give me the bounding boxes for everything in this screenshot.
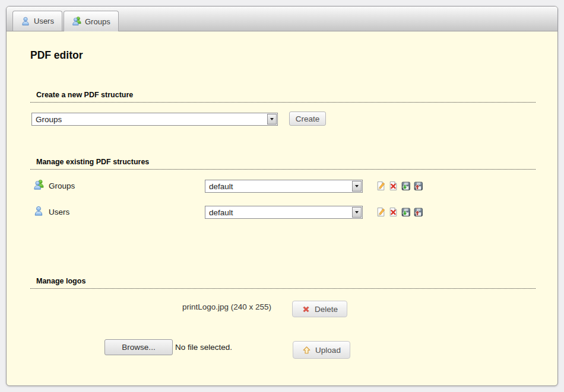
delete-document-icon[interactable] [388,181,398,191]
red-x-icon [302,305,310,314]
structure-type-select[interactable]: Groups [31,113,278,126]
user-icon [21,17,30,26]
row-label-users: Users [49,208,69,216]
import-disk-icon[interactable] [413,207,423,217]
export-disk-icon[interactable] [401,207,411,217]
delete-document-icon[interactable] [388,207,398,217]
delete-logo-button[interactable]: Delete [292,301,347,317]
chevron-down-icon[interactable] [352,181,362,192]
chevron-down-icon[interactable] [352,207,362,218]
upload-button-label: Upload [315,346,341,355]
tab-users-label: Users [34,17,54,26]
group-icon [33,180,44,190]
create-button[interactable]: Create [289,111,326,126]
up-arrow-icon [302,346,311,355]
create-button-label: Create [296,114,320,123]
page-title: PDF editor [30,49,83,62]
browse-button[interactable]: Browse... [104,339,173,355]
tab-groups-label: Groups [85,17,110,26]
groups-structure-select[interactable]: default [205,180,363,193]
logos-section-title: Manage logos [30,277,536,289]
logo-file-label: printLogo.jpg (240 x 255) [30,302,271,311]
edit-icon[interactable] [376,207,386,217]
groups-structure-select-value: default [205,182,352,191]
edit-icon[interactable] [376,181,386,191]
tab-groups[interactable]: Groups [64,11,119,31]
export-disk-icon[interactable] [401,181,411,191]
users-structure-select-value: default [205,208,352,217]
manage-section-title: Manage existing PDF structures [30,158,536,170]
user-icon [33,206,44,216]
tab-bar: Users Groups [7,7,557,31]
create-section-title: Create a new PDF structure [30,91,536,103]
browse-button-label: Browse... [122,343,155,352]
import-disk-icon[interactable] [413,181,423,191]
delete-button-label: Delete [315,305,338,314]
upload-button[interactable]: Upload [293,341,350,359]
file-input-status: No file selected. [175,343,232,352]
pdf-editor-panel: Users Groups PDF editor Create a new PDF… [6,6,558,386]
chevron-down-icon[interactable] [267,114,277,125]
group-icon [72,17,81,26]
structure-type-select-value: Groups [32,115,267,124]
row-label-groups: Groups [49,181,75,190]
tab-users[interactable]: Users [12,11,62,31]
users-structure-select[interactable]: default [205,206,363,219]
